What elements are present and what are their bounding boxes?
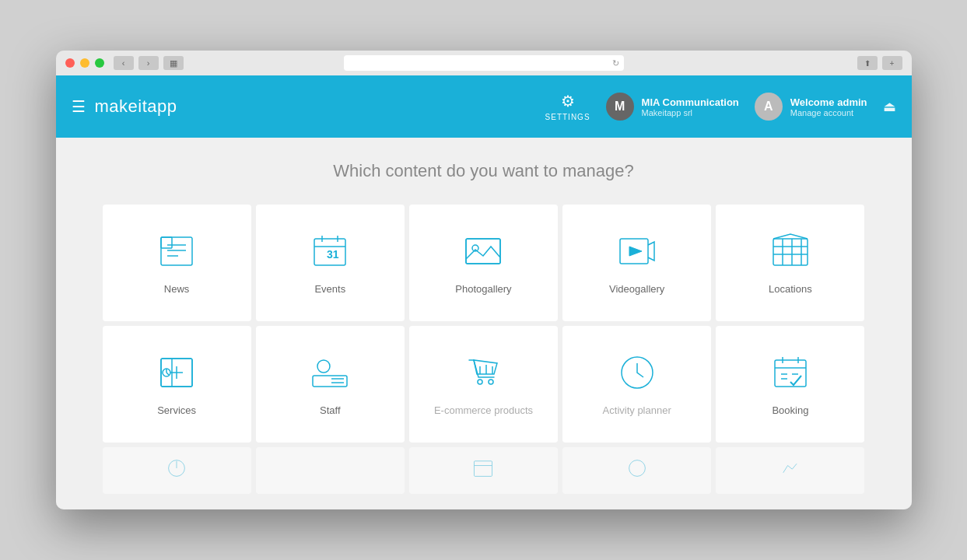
videogallery-icon [614,232,660,271]
content-grid-row3-partial [103,447,865,494]
card-partial-1 [103,447,251,494]
content-grid-row1: News 31 Events [103,205,865,321]
user-account[interactable]: A Welcome admin Manage account [755,93,867,121]
card-news[interactable]: News [103,205,251,321]
power-icon[interactable]: ⏏ [883,98,896,115]
ecommerce-label: E-commerce products [434,404,533,416]
header: ☰ makeitapp ⚙ SETTINGS M MIA Communicati… [56,75,912,138]
mac-nav-buttons: ‹ › ▦ [114,56,184,70]
company-info: MIA Communication Makeitapp srl [642,96,739,117]
svg-point-33 [478,380,482,384]
svg-text:31: 31 [327,248,339,261]
card-partial-2 [256,447,405,494]
svg-rect-15 [773,239,808,265]
card-booking[interactable]: Booking [716,326,864,443]
svg-point-29 [317,360,330,373]
locations-icon [767,232,814,271]
user-info: Welcome admin Manage account [790,96,867,117]
events-icon: 31 [307,232,353,271]
manage-account-link[interactable]: Manage account [790,108,867,117]
maximize-dot[interactable] [95,58,104,68]
close-dot[interactable] [65,58,75,68]
gear-icon: ⚙ [561,92,575,110]
card-ecommerce[interactable]: E-commerce products [409,326,558,443]
card-videogallery[interactable]: Videogallery [562,205,711,321]
refresh-icon[interactable]: ↻ [612,58,619,68]
header-right: ⚙ SETTINGS M MIA Communication Makeitapp… [545,92,896,121]
mac-dots [65,58,104,68]
app: ☰ makeitapp ⚙ SETTINGS M MIA Communicati… [56,75,912,509]
company-avatar: M [606,93,634,121]
svg-point-50 [629,460,645,477]
mac-window: ‹ › ▦ ↻ ⬆ + ☰ makeitapp ⚙ SETTINGS M [56,51,912,509]
svg-point-34 [489,380,493,384]
staff-label: Staff [320,404,341,416]
user-name: Welcome admin [790,96,867,108]
card-services[interactable]: Services [103,326,251,443]
svg-rect-4 [161,237,172,248]
share-button[interactable]: ⬆ [857,56,878,70]
card-activity[interactable]: Activity planner [562,326,711,443]
mac-titlebar: ‹ › ▦ ↻ ⬆ + [56,51,912,75]
main-content: Which content do you want to manage? [56,138,912,509]
settings-label: SETTINGS [545,113,590,121]
videogallery-label: Videogallery [609,283,664,295]
svg-rect-30 [313,376,347,387]
events-label: Events [314,283,345,295]
staff-icon [307,353,353,392]
svg-line-25 [166,373,169,375]
card-partial-3 [409,447,558,494]
svg-marker-14 [629,247,642,256]
news-icon [153,232,200,271]
card-partial-5 [716,447,864,494]
photogallery-label: Photogallery [455,283,511,295]
card-staff[interactable]: Staff [256,326,405,443]
app-logo: makeitapp [95,96,177,117]
content-grid-row2: Services Staff [103,326,865,443]
company-selector[interactable]: M MIA Communication Makeitapp srl [606,93,739,121]
new-tab-button[interactable]: + [882,56,902,70]
forward-button[interactable]: › [138,56,159,70]
services-label: Services [157,404,196,416]
booking-icon [767,353,814,392]
user-avatar: A [755,93,783,121]
ecommerce-icon [460,353,506,392]
services-icon [153,353,200,392]
photogallery-icon [460,232,506,271]
page-title: Which content do you want to manage? [103,161,865,181]
card-events[interactable]: 31 Events [256,205,405,321]
settings-button[interactable]: ⚙ SETTINGS [545,92,590,121]
locations-label: Locations [769,283,812,295]
card-photogallery[interactable]: Photogallery [409,205,558,321]
news-label: News [164,283,190,295]
window-controls: ⬆ + [857,56,902,70]
minimize-dot[interactable] [80,58,89,68]
company-sub: Makeitapp srl [642,108,739,117]
hamburger-menu-icon[interactable]: ☰ [72,97,86,116]
svg-rect-0 [161,237,192,265]
activity-label: Activity planner [603,404,671,416]
card-partial-4 [562,447,711,494]
svg-rect-48 [475,461,492,477]
reader-button[interactable]: ▦ [163,56,184,70]
address-bar[interactable]: ↻ [344,55,624,71]
back-button[interactable]: ‹ [114,56,134,70]
company-name: MIA Communication [642,96,739,108]
booking-label: Booking [772,404,808,416]
card-locations[interactable]: Locations [716,205,864,321]
activity-icon [614,353,660,392]
